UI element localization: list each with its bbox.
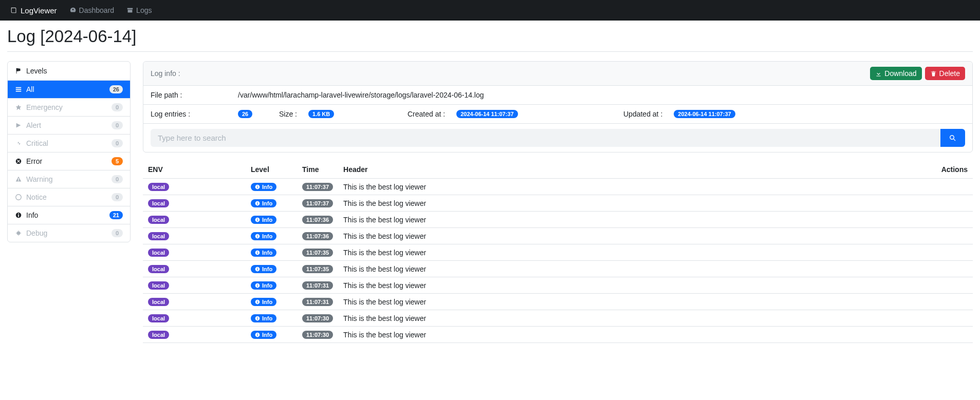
level-count: 0 [112, 139, 123, 147]
row-actions [932, 261, 973, 277]
log-header: This is the best log viewer [338, 179, 932, 195]
level-label: Emergency [26, 103, 63, 111]
alert-icon [15, 122, 22, 129]
log-header: This is the best log viewer [338, 244, 932, 261]
time-badge: 11:07:35 [302, 249, 333, 257]
info-icon [255, 299, 260, 304]
download-icon [875, 70, 882, 77]
levels-header-label: Levels [26, 67, 47, 75]
created-value: 2024-06-14 11:07:37 [456, 110, 517, 118]
level-badge: Info [251, 216, 276, 224]
log-header: This is the best log viewer [338, 294, 932, 310]
entries-value: 26 [238, 110, 252, 118]
level-label: Error [26, 157, 42, 165]
level-badge: Info [251, 281, 276, 290]
row-actions [932, 228, 973, 244]
filepath-row: File path : /var/www/html/larachamp-lara… [143, 86, 972, 105]
level-count: 0 [112, 121, 123, 129]
th-env: ENV [143, 161, 246, 179]
level-count: 26 [109, 85, 123, 93]
table-row: localInfo11:07:31This is the best log vi… [143, 277, 973, 294]
level-badge: Info [251, 298, 276, 306]
time-badge: 11:07:30 [302, 331, 333, 339]
row-actions [932, 277, 973, 294]
search-icon [949, 134, 957, 142]
emergency-icon [15, 104, 22, 111]
level-count: 0 [112, 193, 123, 201]
svg-rect-0 [127, 8, 133, 10]
brand-label: LogViewer [21, 6, 57, 15]
delete-button[interactable]: Delete [925, 67, 965, 80]
level-badge: Info [251, 249, 276, 257]
env-badge: local [148, 216, 169, 224]
level-label: Debug [26, 229, 47, 237]
time-badge: 11:07:36 [302, 232, 333, 240]
info-icon [255, 266, 260, 272]
level-item-warning[interactable]: Warning0 [8, 170, 130, 188]
level-badge: Info [251, 199, 276, 207]
level-count: 5 [112, 157, 123, 165]
book-icon [10, 7, 17, 14]
nav-dashboard[interactable]: Dashboard [69, 6, 115, 14]
level-count: 21 [109, 211, 123, 219]
time-badge: 11:07:37 [302, 199, 333, 207]
level-badge: Info [251, 331, 276, 339]
levels-sidebar: Levels All26Emergency0Alert0Critical0Err… [7, 61, 131, 242]
flag-icon [15, 67, 22, 74]
level-item-critical[interactable]: Critical0 [8, 135, 130, 153]
level-count: 0 [112, 103, 123, 111]
debug-icon [15, 230, 22, 237]
th-actions: Actions [932, 161, 973, 179]
meta-row: Log entries : 26 Size : 1.6 KB Created a… [143, 105, 972, 124]
row-actions [932, 212, 973, 228]
level-item-emergency[interactable]: Emergency0 [8, 99, 130, 117]
page-title: Log [2024-06-14] [7, 27, 973, 46]
table-row: localInfo11:07:36This is the best log vi… [143, 212, 973, 228]
updated-label: Updated at : [623, 110, 662, 118]
svg-rect-1 [128, 10, 133, 12]
table-row: localInfo11:07:30This is the best log vi… [143, 310, 973, 327]
env-badge: local [148, 183, 169, 191]
level-item-info[interactable]: Info21 [8, 206, 130, 224]
env-badge: local [148, 232, 169, 240]
level-label: Warning [26, 175, 53, 183]
brand-link[interactable]: LogViewer [10, 6, 57, 15]
updated-value: 2024-06-14 11:07:37 [674, 110, 735, 118]
time-badge: 11:07:31 [302, 281, 333, 290]
table-row: localInfo11:07:37This is the best log vi… [143, 179, 973, 195]
filepath-value: /var/www/html/larachamp-laravel-livewire… [238, 91, 484, 99]
level-item-error[interactable]: Error5 [8, 153, 130, 170]
time-badge: 11:07:37 [302, 183, 333, 191]
search-input[interactable] [151, 129, 940, 147]
level-count: 0 [112, 229, 123, 237]
level-item-all[interactable]: All26 [8, 81, 130, 99]
log-header: This is the best log viewer [338, 212, 932, 228]
info-icon [255, 217, 260, 222]
table-row: localInfo11:07:31This is the best log vi… [143, 294, 973, 310]
nav-logs-label: Logs [136, 6, 152, 14]
nav-logs[interactable]: Logs [126, 6, 152, 14]
time-badge: 11:07:31 [302, 298, 333, 306]
level-badge: Info [251, 183, 276, 191]
level-item-alert[interactable]: Alert0 [8, 117, 130, 135]
level-item-notice[interactable]: Notice0 [8, 188, 130, 206]
level-count: 0 [112, 175, 123, 183]
svg-point-3 [16, 195, 22, 200]
search-button[interactable] [940, 129, 965, 147]
info-icon [255, 201, 260, 206]
env-badge: local [148, 314, 169, 322]
log-table: ENV Level Time Header Actions localInfo1… [143, 161, 973, 343]
level-label: Notice [26, 193, 47, 201]
level-item-debug[interactable]: Debug0 [8, 224, 130, 242]
info-icon [255, 250, 260, 255]
info-icon [15, 212, 22, 219]
download-label: Download [884, 69, 916, 78]
level-label: Info [26, 211, 38, 219]
table-row: localInfo11:07:35This is the best log vi… [143, 244, 973, 261]
warning-icon [15, 176, 22, 183]
row-actions [932, 179, 973, 195]
level-badge: Info [251, 265, 276, 273]
search-row [143, 124, 972, 152]
row-actions [932, 327, 973, 343]
download-button[interactable]: Download [870, 67, 921, 80]
